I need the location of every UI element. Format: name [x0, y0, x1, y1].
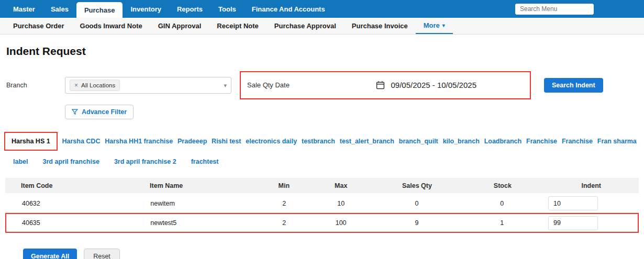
sale-qty-date-highlight: Sale Qty Date 09/05/2025 - 10/05/2025 [240, 71, 531, 99]
reset-button[interactable]: Reset [84, 249, 120, 259]
branch-tab[interactable]: kilo_branch [443, 138, 480, 145]
indent-input[interactable] [548, 216, 598, 230]
advance-filter-button[interactable]: Advance Filter [65, 105, 134, 119]
branch-tab[interactable]: 3rd april franchise [43, 158, 99, 165]
branch-tab[interactable]: Rishi test [212, 138, 241, 145]
max-cell: 100 [309, 219, 373, 227]
branch-tab[interactable]: Franchise [526, 138, 557, 145]
nav-item-reports[interactable]: Reports [169, 0, 210, 18]
item-name-cell: newitem [139, 200, 259, 207]
nav-item-tools[interactable]: Tools [210, 0, 244, 18]
date-range-value: 09/05/2025 - 10/05/2025 [391, 81, 476, 89]
table-header-row: Item Code Item Name Min Max Sales Qty St… [5, 178, 639, 193]
max-cell: 10 [309, 200, 373, 207]
min-cell: 2 [259, 200, 309, 207]
branch-tab[interactable]: frachtest [191, 158, 219, 165]
sale-qty-date-label: Sale Qty Date [247, 81, 290, 89]
sales-qty-cell: 0 [372, 200, 461, 207]
subnav-receipt-note[interactable]: Receipt Note [209, 18, 266, 34]
subnav-purchase-invoice[interactable]: Purchase Invoice [344, 18, 416, 34]
subnav-gin-approval[interactable]: GIN Approval [150, 18, 209, 34]
nav-item-inventory[interactable]: Inventory [123, 0, 169, 18]
nav-item-master[interactable]: Master [5, 0, 43, 18]
subnav-goods-inward-note[interactable]: Goods Inward Note [72, 18, 150, 34]
branch-tab[interactable]: Fran sharma [597, 138, 637, 145]
min-cell: 2 [259, 219, 309, 227]
indent-items-table: Item Code Item Name Min Max Sales Qty St… [5, 178, 639, 233]
col-header-item-code: Item Code [5, 182, 138, 189]
branch-label: Branch [6, 82, 65, 89]
stock-cell: 0 [461, 200, 543, 207]
branch-tab-active[interactable]: Harsha HS 1 [4, 132, 58, 151]
top-navbar: Master Sales Purchase Inventory Reports … [0, 0, 644, 18]
purchase-subnav: Purchase Order Goods Inward Note GIN App… [0, 18, 644, 35]
col-header-item-name: Item Name [138, 182, 259, 189]
table-row: 40632 newitem 2 10 0 0 [5, 193, 639, 213]
col-header-min: Min [259, 182, 309, 189]
bottom-actions: Generate All Reset [23, 249, 644, 259]
col-header-stock: Stock [461, 182, 543, 189]
branch-chip-label: All Locations [81, 82, 115, 88]
branch-tab[interactable]: Franchise [562, 138, 593, 145]
page-title: Indent Request [6, 45, 644, 58]
branch-tabs-row-1: Harsha HS 1 Harsha CDC Harsha HH1 franch… [4, 132, 637, 151]
filter-row: Branch × All Locations ▾ Sale Qty Date [0, 71, 644, 99]
branch-tab[interactable]: Pradeeep [177, 138, 207, 145]
date-range-group[interactable]: 09/05/2025 - 10/05/2025 [376, 81, 476, 89]
col-header-indent: Indent [543, 182, 639, 189]
item-name-cell: newtest5 [139, 219, 259, 227]
branch-chip: × All Locations [70, 80, 120, 91]
col-header-max: Max [309, 182, 373, 189]
nav-item-finance-and-accounts[interactable]: Finance And Accounts [244, 0, 333, 18]
table-row-highlighted: 40635 newtest5 2 100 9 1 [5, 213, 639, 233]
chip-remove-icon[interactable]: × [74, 82, 78, 89]
funnel-icon [72, 109, 78, 115]
branch-tab[interactable]: Harsha CDC [62, 138, 100, 145]
stock-cell: 1 [461, 219, 543, 227]
generate-all-button[interactable]: Generate All [23, 249, 77, 259]
chevron-down-icon[interactable]: ▾ [224, 82, 227, 89]
nav-item-sales[interactable]: Sales [43, 0, 76, 18]
menu-search-input[interactable] [515, 4, 594, 15]
advance-filter-label: Advance Filter [82, 108, 127, 116]
branch-tab[interactable]: electronics daily [246, 138, 297, 145]
item-code-cell: 40632 [6, 200, 139, 207]
branch-tab[interactable]: testbranch [302, 138, 335, 145]
indent-input[interactable] [548, 196, 598, 210]
branch-tab[interactable]: 3rd april franchise 2 [114, 158, 176, 165]
branch-tabs-row-2: label 3rd april franchise 3rd april fran… [13, 158, 644, 165]
subnav-purchase-approval[interactable]: Purchase Approval [267, 18, 344, 34]
branch-tab[interactable]: Loadbranch [484, 138, 522, 145]
sales-qty-cell: 9 [372, 219, 461, 227]
branch-multiselect[interactable]: × All Locations ▾ [65, 77, 231, 94]
subnav-purchase-order[interactable]: Purchase Order [5, 18, 72, 34]
branch-tab[interactable]: branch_quilt [399, 138, 438, 145]
branch-tab[interactable]: Harsha HH1 franchise [105, 138, 173, 145]
search-indent-button[interactable]: Search Indent [544, 78, 603, 93]
app: Master Sales Purchase Inventory Reports … [0, 0, 644, 259]
more-label: More [424, 21, 440, 29]
nav-item-purchase[interactable]: Purchase [76, 2, 123, 18]
branch-tab[interactable]: label [13, 158, 28, 165]
calendar-icon [376, 81, 385, 89]
item-code-cell: 40635 [6, 219, 139, 227]
branch-tab[interactable]: test_alert_branch [340, 138, 394, 145]
subnav-more[interactable]: More ▾ [416, 18, 453, 34]
col-header-sales-qty: Sales Qty [373, 182, 461, 189]
chevron-down-icon: ▾ [442, 22, 445, 28]
sale-qty-date-field[interactable]: Sale Qty Date 09/05/2025 - 10/05/2025 [242, 72, 529, 98]
